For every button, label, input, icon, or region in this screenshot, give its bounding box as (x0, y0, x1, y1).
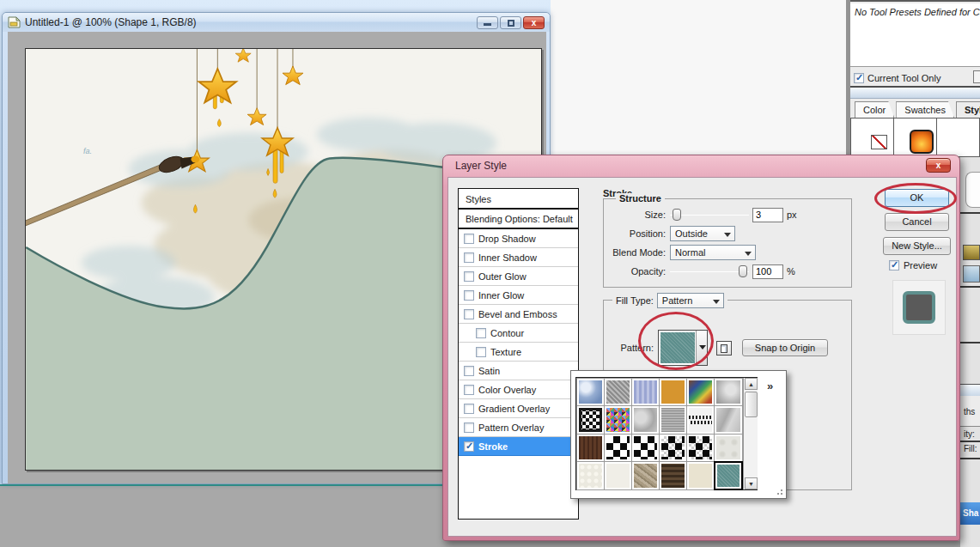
pattern-grid-scrollbar[interactable]: ▲ ▼ (743, 378, 758, 489)
pattern-swatch-rainbow-tiedye[interactable] (686, 378, 715, 407)
style-cell-none[interactable] (850, 118, 894, 157)
styles-list-item-texture[interactable]: Texture (459, 343, 578, 362)
item-checkbox[interactable] (464, 234, 474, 244)
resize-grip-icon[interactable] (776, 489, 783, 495)
opacity-slider[interactable] (670, 265, 749, 277)
scroll-down-icon[interactable]: ▼ (745, 477, 758, 489)
scrollbar-thumb[interactable] (745, 392, 758, 417)
close-button[interactable]: x (523, 16, 545, 29)
item-checkbox[interactable] (464, 422, 474, 433)
pattern-swatch-checker-border[interactable] (576, 405, 605, 435)
selected-layer-fragment[interactable]: Sha (960, 502, 980, 525)
pattern-swatch-checker-transparent-2[interactable] (686, 434, 715, 463)
item-checkbox[interactable] (476, 328, 486, 338)
document-titlebar[interactable]: Untitled-1 @ 100% (Shape 1, RGB/8) x (3, 13, 550, 32)
pattern-swatch-checker-large[interactable] (604, 434, 632, 463)
styles-list-item-gradient-overlay[interactable]: Gradient Overlay (459, 399, 578, 418)
pattern-swatch-ivory-paper[interactable] (604, 461, 632, 490)
pattern-swatch-gray-speckle[interactable] (659, 405, 687, 435)
styles-list-item-drop-shadow[interactable]: Drop Shadow (459, 229, 578, 248)
pattern-picker-well[interactable] (658, 330, 708, 366)
pattern-swatch-color-confetti[interactable] (604, 405, 632, 435)
pattern-swatch-blue-bubbles[interactable] (576, 378, 605, 407)
tab-styles[interactable]: Styles (956, 101, 980, 118)
minimize-button[interactable] (477, 16, 498, 29)
pattern-swatch-tan-granite[interactable] (631, 461, 660, 490)
current-tool-only-checkbox[interactable] (854, 73, 864, 83)
pattern-swatch-gray-clouds[interactable] (631, 405, 660, 435)
styles-list-item-satin[interactable]: Satin (459, 362, 578, 380)
new-preset-button-fragment[interactable] (973, 70, 980, 83)
opacity-input[interactable] (752, 264, 783, 279)
item-checkbox[interactable] (464, 404, 474, 414)
pattern-swatch-checker-offset[interactable] (631, 434, 660, 463)
pattern-swatch-script-lines[interactable] (686, 405, 715, 435)
item-checkbox[interactable] (476, 347, 486, 357)
style-cell-orange-glow[interactable] (894, 118, 937, 157)
pattern-dropdown-arrow[interactable] (696, 331, 707, 365)
styles-list-item-bevel-and-emboss[interactable]: Bevel and Emboss (459, 305, 578, 324)
tool-presets-list[interactable]: No Tool Presets Defined for Curr (850, 3, 980, 67)
size-slider[interactable] (670, 209, 749, 221)
item-checkbox[interactable] (464, 271, 474, 282)
blending-options-row[interactable]: Blending Options: Default (459, 210, 578, 229)
styles-list-item-inner-glow[interactable]: Inner Glow (459, 286, 578, 305)
swatch-fill (634, 464, 657, 488)
blend-mode-select[interactable]: Normal (670, 245, 756, 260)
style-cell-partial[interactable] (937, 118, 980, 157)
pattern-current-swatch[interactable] (660, 332, 695, 363)
pattern-swatch-orange-fabric[interactable] (659, 378, 687, 407)
swatch-fill (661, 380, 685, 404)
new-pattern-button[interactable] (716, 341, 732, 356)
styles-list-item-color-overlay[interactable]: Color Overlay (459, 380, 578, 399)
pattern-swatch-gray-noise[interactable] (604, 378, 632, 407)
paths-tab-fragment[interactable]: ths (964, 407, 975, 416)
size-input[interactable] (752, 208, 783, 222)
pattern-swatch-cream-parchment[interactable] (686, 461, 715, 490)
ok-button[interactable]: OK (885, 189, 949, 207)
pattern-swatch-dark-ornate[interactable] (659, 461, 687, 490)
pattern-swatch-lavender-weave[interactable] (631, 378, 660, 407)
dialog-close-button[interactable]: x (926, 158, 951, 173)
pattern-swatch-checker-transparent[interactable] (659, 434, 687, 463)
styles-list-item-inner-shadow[interactable]: Inner Shadow (459, 248, 578, 267)
pattern-swatch-teal-texture[interactable] (714, 461, 742, 490)
opacity-slider-thumb[interactable] (739, 265, 747, 277)
pattern-swatch-dark-wood[interactable] (576, 434, 605, 463)
scroll-up-icon[interactable]: ▲ (745, 378, 758, 390)
fragment-divider (960, 342, 980, 343)
tab-swatches[interactable]: Swatches (896, 101, 954, 118)
document-file-icon (8, 16, 21, 28)
restore-button[interactable] (500, 16, 521, 29)
opacity-label: Opacity: (604, 266, 666, 277)
new-style-button[interactable]: New Style... (883, 237, 951, 255)
styles-list-item-outer-glow[interactable]: Outer Glow (459, 267, 578, 286)
panel-header-strip[interactable] (850, 88, 980, 99)
preview-checkbox[interactable] (889, 260, 899, 270)
size-slider-thumb[interactable] (673, 209, 681, 221)
tab-color[interactable]: Color (855, 101, 894, 118)
pattern-swatch-pale-damask[interactable] (714, 434, 742, 463)
pattern-swatch-ivory-lace[interactable] (576, 461, 605, 490)
position-select[interactable]: Outside (670, 226, 735, 241)
item-checkbox[interactable] (464, 366, 474, 376)
position-label: Position: (604, 228, 666, 239)
panel-tabs: ColorSwatchesStyles (850, 99, 980, 118)
item-checkbox[interactable] (464, 252, 474, 263)
styles-list-item-stroke[interactable]: Stroke (459, 437, 578, 456)
swatch-fill (634, 380, 657, 404)
snap-to-origin-button[interactable]: Snap to Origin (742, 339, 828, 356)
fill-type-select[interactable]: Pattern (657, 293, 724, 308)
item-checkbox[interactable] (464, 309, 474, 319)
item-checkbox[interactable] (464, 290, 474, 301)
styles-list-item-pattern-overlay[interactable]: Pattern Overlay (459, 418, 578, 437)
cancel-button[interactable]: Cancel (885, 213, 949, 231)
item-label: Outer Glow (478, 271, 527, 282)
tool-presets-panel: No Tool Presets Defined for Curr Current… (850, 0, 980, 86)
pattern-swatch-gray-marble[interactable] (714, 378, 742, 407)
picker-flyout-menu-icon[interactable]: » (767, 380, 772, 392)
item-checkbox[interactable] (464, 441, 474, 452)
item-checkbox[interactable] (464, 385, 474, 395)
pattern-swatch-gray-satin[interactable] (714, 405, 742, 435)
styles-list-item-contour[interactable]: Contour (459, 324, 578, 343)
